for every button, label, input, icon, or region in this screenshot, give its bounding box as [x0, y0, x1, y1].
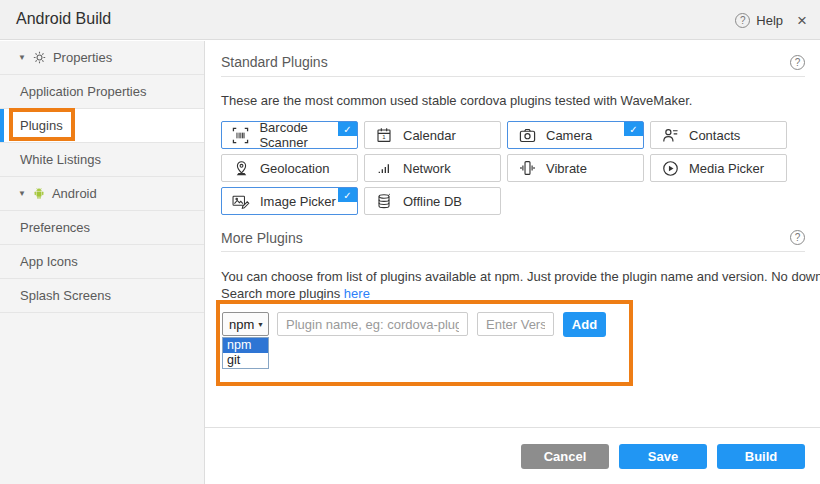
standard-plugins-description: These are the most common used stable co…: [221, 93, 692, 108]
sidebar-item-label: Android: [52, 186, 97, 201]
plugin-tile-label: Camera: [546, 128, 592, 143]
plugin-tile-calendar[interactable]: 1 Calendar: [364, 121, 501, 149]
svg-text:1: 1: [382, 134, 386, 140]
dialog-header: Android Build ? Help ×: [0, 0, 820, 40]
close-icon[interactable]: ×: [797, 12, 807, 29]
select-value: npm: [229, 317, 254, 332]
sidebar-item-android[interactable]: ▼ Android: [0, 177, 204, 211]
source-option-list: npm git: [222, 337, 269, 369]
barcode-scanner-icon: [231, 127, 250, 144]
checked-icon: ✓: [338, 188, 357, 202]
sidebar-item-splash-screens[interactable]: Splash Screens: [0, 279, 204, 313]
more-plugins-title: More Plugins: [221, 230, 303, 246]
plugin-tile-network[interactable]: Network: [364, 154, 501, 182]
plugin-tile-vibrate[interactable]: Vibrate: [507, 154, 644, 182]
option-git[interactable]: git: [223, 353, 268, 368]
cancel-button[interactable]: Cancel: [521, 444, 609, 469]
help-label: Help: [756, 13, 783, 28]
offline-db-icon: [374, 193, 394, 210]
search-more-text: Search more plugins: [221, 286, 344, 301]
plugin-tile-barcode-scanner[interactable]: Barcode Scanner ✓: [221, 121, 358, 149]
sidebar-item-label: Properties: [53, 50, 112, 65]
geolocation-icon: [231, 160, 251, 177]
search-more-line: Search more plugins here: [221, 286, 370, 301]
section-divider: [221, 251, 805, 252]
sidebar: ▼ Properties Application Properties Plug…: [0, 41, 205, 484]
standard-plugins-grid: Barcode Scanner ✓ 1 Calendar Ca: [221, 121, 787, 215]
page-title: Android Build: [16, 10, 111, 28]
selected-indicator: [0, 109, 4, 142]
more-plugins-help-icon[interactable]: ?: [790, 230, 805, 245]
sidebar-item-label: Application Properties: [20, 84, 146, 99]
plugin-tile-image-picker[interactable]: Image Picker ✓: [221, 187, 358, 215]
plugin-tile-label: Geolocation: [260, 161, 329, 176]
help-icon: ?: [735, 13, 750, 28]
plugin-tile-camera[interactable]: Camera ✓: [507, 121, 644, 149]
plugin-tile-label: Vibrate: [546, 161, 587, 176]
plugin-tile-offline-db[interactable]: Offline DB: [364, 187, 501, 215]
vibrate-icon: [517, 160, 537, 176]
standard-plugins-title: Standard Plugins: [221, 54, 328, 70]
camera-icon: [517, 128, 537, 143]
footer-divider: [205, 427, 820, 428]
sidebar-item-preferences[interactable]: Preferences: [0, 211, 204, 245]
chevron-down-icon: ▼: [18, 189, 26, 198]
sidebar-item-label: Plugins: [20, 118, 63, 133]
plugin-tile-geolocation[interactable]: Geolocation: [221, 154, 358, 182]
plugin-tile-label: Calendar: [403, 128, 456, 143]
save-button[interactable]: Save: [619, 444, 707, 469]
plugin-tile-label: Network: [403, 161, 451, 176]
sidebar-item-properties[interactable]: ▼ Properties: [0, 41, 204, 75]
android-build-dialog: Android Build ? Help × ▼ Properties Appl…: [0, 0, 820, 484]
plugin-tile-contacts[interactable]: Contacts: [650, 121, 787, 149]
help-button[interactable]: ? Help: [735, 13, 783, 28]
android-icon: [33, 187, 45, 200]
build-button[interactable]: Build: [717, 444, 805, 469]
plugin-tile-label: Offline DB: [403, 194, 462, 209]
sidebar-item-plugins[interactable]: Plugins: [0, 109, 204, 143]
sidebar-item-label: Preferences: [20, 220, 90, 235]
gear-icon: [33, 51, 46, 64]
plugin-source-select[interactable]: npm ▼: [222, 312, 269, 336]
contacts-icon: [660, 127, 680, 143]
plugin-tile-media-picker[interactable]: Media Picker: [650, 154, 787, 182]
image-picker-icon: [231, 194, 251, 209]
network-icon: [374, 160, 394, 176]
sidebar-item-label: App Icons: [20, 254, 78, 269]
sidebar-item-application-properties[interactable]: Application Properties: [0, 75, 204, 109]
calendar-icon: 1: [374, 127, 394, 143]
add-button[interactable]: Add: [563, 312, 606, 337]
sidebar-item-label: Splash Screens: [20, 288, 111, 303]
plugin-name-input[interactable]: [277, 312, 468, 336]
chevron-down-icon: ▼: [18, 53, 26, 62]
search-here-link[interactable]: here: [344, 286, 370, 301]
sidebar-item-app-icons[interactable]: App Icons: [0, 245, 204, 279]
media-picker-icon: [660, 160, 680, 177]
chevron-down-icon: ▼: [257, 321, 264, 328]
plugin-tile-label: Image Picker: [260, 194, 336, 209]
header-actions: ? Help ×: [735, 0, 807, 40]
plugin-tile-label: Contacts: [689, 128, 740, 143]
sidebar-item-label: White Listings: [20, 152, 101, 167]
more-plugins-description: You can choose from list of plugins avai…: [221, 269, 820, 284]
sidebar-item-white-listings[interactable]: White Listings: [0, 143, 204, 177]
plugin-tile-label: Media Picker: [689, 161, 764, 176]
checked-icon: ✓: [338, 122, 357, 136]
checked-icon: ✓: [624, 122, 643, 136]
version-input[interactable]: [477, 312, 554, 336]
section-divider: [221, 76, 805, 77]
standard-plugins-help-icon[interactable]: ?: [790, 55, 805, 70]
option-npm[interactable]: npm: [223, 338, 268, 353]
